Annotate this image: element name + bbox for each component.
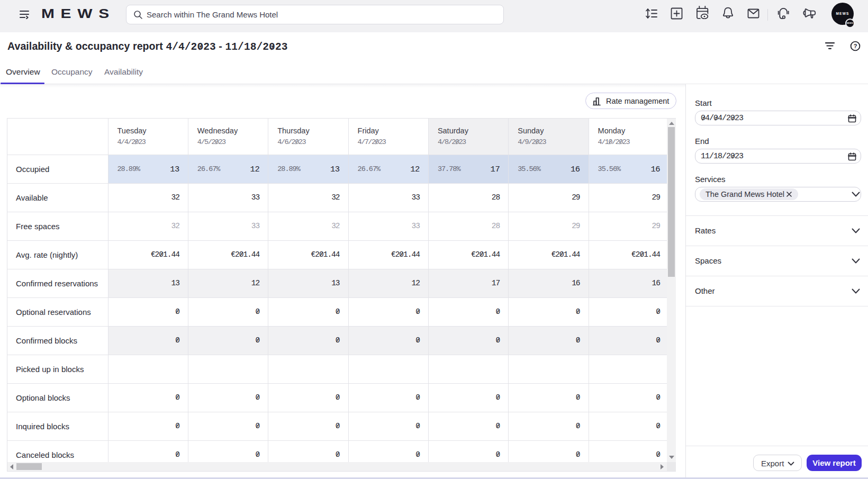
svg-text:?: ?: [854, 43, 857, 49]
